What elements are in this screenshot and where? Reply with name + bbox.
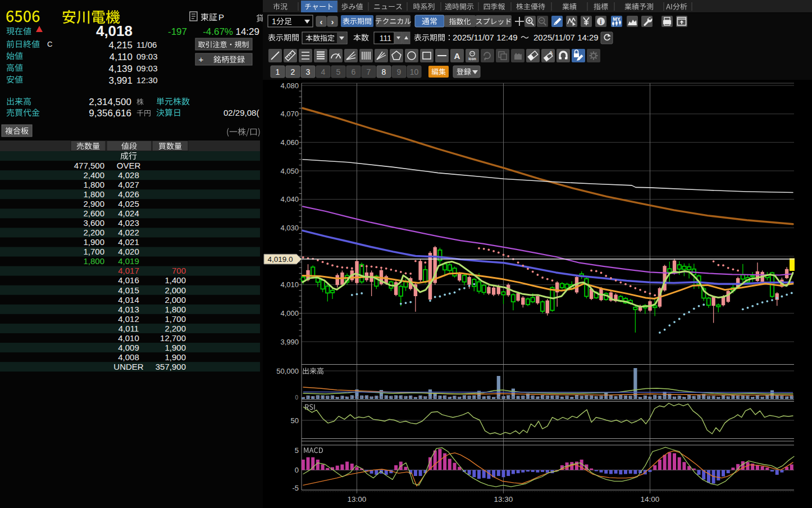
svg-text:8: 8 [382,67,386,76]
svg-text:A: A [549,50,553,56]
svg-text:4,023: 4,023 [118,218,139,228]
svg-text:4,021: 4,021 [118,237,139,247]
svg-text:P: P [218,12,224,22]
svg-text:1,800: 1,800 [83,189,104,199]
svg-text:3,991: 3,991 [108,75,133,86]
svg-text:-5: -5 [292,484,299,492]
svg-text:4,012: 4,012 [118,314,139,324]
svg-text:UNDER: UNDER [113,362,144,371]
svg-text:09:03: 09:03 [136,64,158,73]
svg-text:13:00: 13:00 [348,495,367,504]
svg-text:4,015: 4,015 [118,285,139,295]
svg-text:3: 3 [306,67,311,76]
svg-text:50: 50 [291,416,299,425]
svg-text:4,013: 4,013 [118,305,139,314]
svg-text:4,009: 4,009 [118,343,139,352]
svg-text:1,400: 1,400 [165,275,186,285]
svg-text:1: 1 [272,17,276,26]
svg-text:A: A [454,51,460,61]
svg-text:›: › [331,17,334,26]
svg-text:12:30: 12:30 [136,75,158,85]
svg-text:i: i [600,18,601,26]
svg-text:4,014: 4,014 [118,295,139,305]
svg-text:4,027: 4,027 [118,180,139,189]
svg-text:1,800: 1,800 [165,305,186,314]
svg-text:2,000: 2,000 [165,295,186,305]
svg-text:0: 0 [295,466,299,474]
svg-text:-4.67%: -4.67% [203,26,233,37]
svg-text:3,600: 3,600 [83,218,104,228]
svg-text:2,600: 2,600 [83,208,104,218]
svg-text:5: 5 [295,446,299,455]
svg-text:4,018: 4,018 [96,22,133,39]
svg-text:4,060: 4,060 [280,138,299,147]
svg-text:‹: ‹ [320,17,323,26]
svg-text:09:03: 09:03 [136,52,158,61]
svg-text:4,020: 4,020 [118,247,139,256]
svg-text:OVER: OVER [117,161,141,170]
svg-text:2,314,500: 2,314,500 [89,97,131,107]
svg-text:2,200: 2,200 [83,228,104,237]
svg-text:477,500: 477,500 [74,161,104,170]
svg-text:1,900: 1,900 [83,237,104,247]
svg-text:2025/11/07 12:49: 2025/11/07 12:49 [453,33,518,42]
svg-text:9: 9 [397,67,402,76]
svg-text:0: 0 [295,394,298,401]
svg-text:4,011: 4,011 [118,324,139,333]
svg-text:4,010: 4,010 [280,280,299,289]
svg-text:C: C [47,40,52,48]
svg-text:2,000: 2,000 [165,285,186,295]
svg-text:4,040: 4,040 [280,195,299,203]
svg-text:1,800: 1,800 [83,180,104,189]
svg-text:4,017: 4,017 [118,266,139,275]
svg-text:4,025: 4,025 [118,199,139,208]
svg-text:4,110: 4,110 [110,52,133,62]
svg-text:4,000: 4,000 [280,309,299,318]
svg-text:-197: -197 [168,26,187,37]
svg-text:1,800: 1,800 [83,256,104,266]
svg-text:3,990: 3,990 [280,338,299,346]
svg-text:2025/11/07 14:29: 2025/11/07 14:29 [533,33,599,42]
svg-text:12,700: 12,700 [160,333,186,343]
svg-text:700: 700 [172,266,186,275]
svg-text:2,900: 2,900 [83,199,104,208]
svg-text:6: 6 [352,67,356,76]
svg-text:13:30: 13:30 [494,495,513,504]
svg-text:4: 4 [321,67,326,76]
svg-text:9,356,616: 9,356,616 [89,108,131,119]
svg-text:111: 111 [380,34,391,43]
svg-text:+: + [199,55,204,64]
svg-text:5: 5 [336,67,341,76]
svg-text:10: 10 [410,67,419,76]
svg-text:1,700: 1,700 [83,247,104,256]
svg-text:4,026: 4,026 [118,189,139,199]
svg-text:1,900: 1,900 [165,343,186,352]
svg-text:50,000: 50,000 [276,367,299,375]
svg-text:14:00: 14:00 [641,495,660,504]
svg-text:1,900: 1,900 [165,352,186,362]
svg-text:4,028: 4,028 [118,170,139,180]
svg-text:357,900: 357,900 [156,362,186,371]
svg-text:4,030: 4,030 [280,224,299,232]
svg-text:4,019.0: 4,019.0 [267,255,293,264]
svg-text:4,080: 4,080 [280,81,299,90]
svg-text:4,010: 4,010 [118,333,139,343]
svg-text:2,400: 2,400 [83,170,104,180]
svg-text:4,024: 4,024 [118,208,139,218]
svg-text:2,200: 2,200 [165,324,186,333]
svg-text:2: 2 [291,67,295,76]
svg-text:1: 1 [276,67,280,76]
svg-text:4,019: 4,019 [118,256,139,266]
svg-text:4,215: 4,215 [108,40,133,51]
svg-text:4,139: 4,139 [108,64,133,74]
svg-text:11/06: 11/06 [136,40,157,49]
svg-text:4,050: 4,050 [280,167,299,175]
svg-text:icon: icon [468,57,476,61]
svg-text:4,022: 4,022 [118,228,139,237]
svg-text:7: 7 [367,67,371,76]
svg-text:02/29,08(: 02/29,08( [223,108,259,117]
svg-text:14:29: 14:29 [235,26,259,37]
svg-text:1,700: 1,700 [165,314,186,324]
svg-text:4,016: 4,016 [118,275,139,285]
svg-text:4,070: 4,070 [280,110,299,118]
